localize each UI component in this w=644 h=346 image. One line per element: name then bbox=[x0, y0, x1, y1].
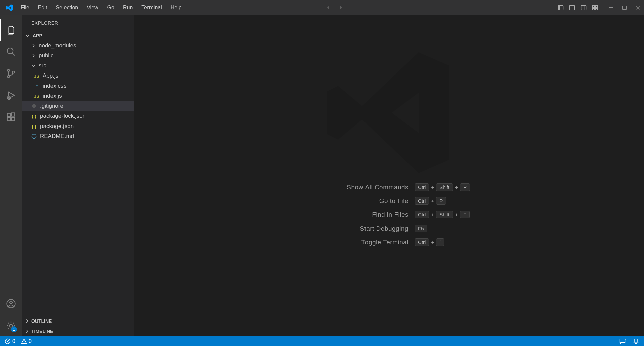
keycap: F bbox=[460, 211, 470, 218]
window-minimize-icon[interactable] bbox=[608, 5, 614, 10]
chevron-right-icon bbox=[25, 319, 29, 324]
tree-label: public bbox=[39, 52, 53, 59]
activitybar-explorer[interactable] bbox=[0, 19, 22, 41]
window-maximize-icon[interactable] bbox=[621, 5, 628, 10]
nav-forward-icon[interactable] bbox=[338, 5, 344, 11]
explorer-root-label: APP bbox=[33, 33, 42, 38]
js-file-icon: JS bbox=[33, 73, 40, 79]
file-index-js[interactable]: JSindex.js bbox=[22, 91, 134, 101]
file-index-css[interactable]: #index.css bbox=[22, 81, 134, 91]
keycap: Shift bbox=[436, 183, 453, 191]
keycap: Ctrl bbox=[415, 183, 429, 191]
menu-selection[interactable]: Selection bbox=[51, 3, 82, 13]
menu-help[interactable]: Help bbox=[166, 3, 186, 13]
activitybar-scm[interactable] bbox=[0, 62, 22, 84]
svg-point-15 bbox=[7, 48, 13, 54]
welcome-shortcuts: Show All CommandsCtrl+Shift+PGo to FileC… bbox=[308, 183, 470, 246]
svg-rect-10 bbox=[596, 8, 598, 10]
shortcut-row: Show All CommandsCtrl+Shift+P bbox=[308, 183, 470, 191]
svg-rect-23 bbox=[11, 117, 15, 121]
svg-point-19 bbox=[12, 71, 14, 73]
svg-rect-22 bbox=[7, 117, 10, 121]
error-icon bbox=[5, 338, 11, 344]
file-package-json[interactable]: { }package.json bbox=[22, 121, 134, 131]
info-file-icon bbox=[31, 134, 37, 139]
title-nav bbox=[186, 5, 557, 11]
key-separator: + bbox=[431, 212, 434, 217]
svg-rect-24 bbox=[11, 113, 15, 116]
keycap: Ctrl bbox=[415, 211, 429, 218]
shortcut-label: Start Debugging bbox=[308, 225, 409, 232]
menu-file[interactable]: File bbox=[16, 3, 34, 13]
activitybar-manage[interactable]: 1 bbox=[0, 314, 22, 336]
tree-label: index.css bbox=[43, 83, 67, 89]
svg-rect-9 bbox=[593, 8, 595, 10]
menubar: FileEditSelectionViewGoRunTerminalHelp bbox=[16, 3, 186, 13]
timeline-section[interactable]: TIMELINE bbox=[22, 326, 134, 336]
debug-icon bbox=[6, 90, 16, 100]
toggle-secondary-sidebar-icon[interactable] bbox=[580, 4, 587, 11]
warning-count: 0 bbox=[29, 338, 32, 344]
bell-icon bbox=[633, 338, 639, 345]
shortcut-keys: Ctrl+P bbox=[415, 197, 446, 205]
shortcut-keys: Ctrl+` bbox=[415, 238, 444, 246]
shortcut-label: Go to File bbox=[308, 197, 409, 205]
file--gitignore[interactable]: .gitignore bbox=[22, 101, 134, 111]
explorer-more-icon[interactable]: ··· bbox=[121, 19, 128, 27]
statusbar: 0 0 bbox=[0, 336, 644, 346]
file-package-lock-json[interactable]: { }package-lock.json bbox=[22, 111, 134, 121]
tree-label: package.json bbox=[40, 123, 74, 130]
sidebar: EXPLORER ··· APP node_modulespublicsrcJS… bbox=[22, 15, 134, 336]
titlebar: FileEditSelectionViewGoRunTerminalHelp bbox=[0, 0, 644, 15]
key-separator: + bbox=[455, 184, 458, 190]
menu-terminal[interactable]: Terminal bbox=[137, 3, 166, 13]
activitybar-debug[interactable] bbox=[0, 84, 22, 106]
activitybar-extensions[interactable] bbox=[0, 106, 22, 128]
customize-layout-icon[interactable] bbox=[592, 4, 598, 11]
explorer-root-header[interactable]: APP bbox=[22, 31, 134, 41]
shortcut-row: Toggle TerminalCtrl+` bbox=[308, 238, 470, 246]
folder-node-modules[interactable]: node_modules bbox=[22, 41, 134, 51]
file-readme-md[interactable]: README.md bbox=[22, 131, 134, 141]
file-app-js[interactable]: JSApp.js bbox=[22, 71, 134, 81]
toggle-primary-sidebar-icon[interactable] bbox=[557, 4, 564, 11]
warning-icon bbox=[21, 338, 27, 344]
account-icon bbox=[6, 299, 16, 309]
timeline-label: TIMELINE bbox=[31, 329, 53, 334]
svg-point-18 bbox=[7, 75, 9, 77]
status-feedback[interactable] bbox=[619, 338, 626, 345]
activitybar-accounts[interactable] bbox=[0, 293, 22, 314]
vscode-watermark-icon bbox=[322, 46, 456, 180]
keycap: Ctrl bbox=[415, 238, 429, 246]
menu-go[interactable]: Go bbox=[103, 3, 119, 13]
toggle-panel-icon[interactable] bbox=[569, 4, 575, 11]
svg-rect-12 bbox=[623, 6, 626, 9]
window-close-icon[interactable] bbox=[635, 5, 641, 10]
menu-run[interactable]: Run bbox=[119, 3, 137, 13]
folder-src[interactable]: src bbox=[22, 61, 134, 71]
status-problems[interactable]: 0 0 bbox=[5, 338, 32, 344]
feedback-icon bbox=[619, 338, 626, 345]
nav-back-icon[interactable] bbox=[325, 5, 331, 11]
svg-rect-5 bbox=[581, 5, 586, 10]
status-notifications[interactable] bbox=[633, 338, 639, 345]
sidebar-title: EXPLORER bbox=[31, 20, 58, 26]
menu-view[interactable]: View bbox=[82, 3, 102, 13]
shortcut-row: Go to FileCtrl+P bbox=[308, 197, 470, 205]
chevron-right-icon bbox=[31, 53, 36, 58]
svg-point-17 bbox=[7, 69, 9, 71]
keycap: P bbox=[460, 183, 470, 191]
shortcut-row: Start DebuggingF5 bbox=[308, 225, 470, 232]
shortcut-keys: F5 bbox=[415, 225, 427, 232]
shortcut-row: Find in FilesCtrl+Shift+F bbox=[308, 211, 470, 218]
menu-edit[interactable]: Edit bbox=[34, 3, 52, 13]
folder-public[interactable]: public bbox=[22, 51, 134, 61]
vscode-logo-icon bbox=[3, 4, 16, 11]
outline-section[interactable]: OUTLINE bbox=[22, 316, 134, 326]
shortcut-keys: Ctrl+Shift+F bbox=[415, 211, 470, 218]
extensions-icon bbox=[6, 112, 16, 122]
keycap: Shift bbox=[436, 211, 453, 218]
svg-point-29 bbox=[34, 135, 34, 136]
svg-line-16 bbox=[12, 53, 15, 55]
activitybar-search[interactable] bbox=[0, 41, 22, 62]
